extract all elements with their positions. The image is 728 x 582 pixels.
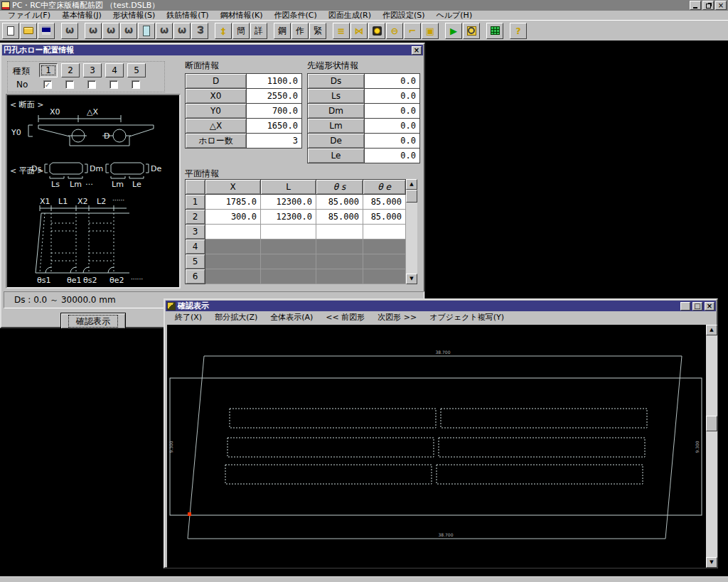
detail-drawing-button[interactable]: 詳 <box>250 23 267 39</box>
section-type-button[interactable]: ω <box>61 23 78 39</box>
help-button[interactable]: ? <box>510 23 527 39</box>
menu-fit-view[interactable]: 全体表示(A) <box>264 313 319 322</box>
menu-rebar-info[interactable]: 鉄筋情報(T) <box>161 11 214 20</box>
lm2-label: Lm <box>112 180 124 189</box>
scroll-thumb[interactable] <box>406 190 417 203</box>
section-low-button[interactable]: ω <box>156 23 173 39</box>
menu-shape-info[interactable]: 形状情報(S) <box>107 11 161 20</box>
table-view-button[interactable] <box>486 23 503 39</box>
cell-l[interactable]: 12300.0 <box>261 195 316 210</box>
confirm-display-button[interactable]: 確認表示 <box>60 313 126 329</box>
restore-icon <box>706 4 711 9</box>
kind-checkbox-4[interactable] <box>109 80 118 89</box>
cable-button[interactable]: ⌐ <box>404 23 421 39</box>
girder-grid-button[interactable]: ▣ <box>422 23 439 39</box>
cell-theta-s[interactable] <box>316 225 363 239</box>
menu-steel-info[interactable]: 鋼材情報(K) <box>215 11 269 20</box>
menu-draw-settings[interactable]: 作図設定(S) <box>377 11 431 20</box>
cell-x[interactable]: 300.0 <box>205 210 261 225</box>
menu-help[interactable]: ヘルプ(H) <box>431 11 478 20</box>
cell-x[interactable]: 1785.0 <box>205 195 261 210</box>
side-view-button[interactable] <box>138 23 155 39</box>
scroll-down-arrow[interactable]: ▼ <box>706 557 717 568</box>
kind-button-5[interactable]: 5 <box>127 63 146 77</box>
menu-drawing-generate[interactable]: 図面生成(R) <box>323 11 377 20</box>
row-value[interactable]: 0.0 <box>365 149 420 163</box>
steel-button[interactable]: 鋼 <box>274 23 291 39</box>
gauge-button[interactable] <box>368 23 385 39</box>
row-value[interactable]: 0.0 <box>365 104 420 119</box>
menu-file[interactable]: ファイル(F) <box>2 11 56 20</box>
row-value[interactable]: 2550.0 <box>247 89 302 104</box>
preview-button[interactable] <box>463 23 480 39</box>
section-mid-button[interactable]: ω <box>102 23 119 39</box>
y0-label: Y0 <box>11 128 21 137</box>
cell-l[interactable]: 12300.0 <box>261 210 316 225</box>
kind-checkbox-1[interactable]: ✓ <box>43 80 52 89</box>
fabrication-button[interactable]: 作 <box>291 23 309 39</box>
simple-drawing-button[interactable]: 簡 <box>232 23 250 39</box>
menu-draw-condition[interactable]: 作図条件(C) <box>268 11 322 20</box>
minimize-button[interactable] <box>690 1 701 10</box>
rebar-button[interactable]: ‡ <box>215 23 232 39</box>
menu-exit[interactable]: 終了(X) <box>168 313 208 322</box>
cell-theta-s[interactable]: 85.000 <box>316 210 363 225</box>
confirm-minimize-button[interactable] <box>680 302 690 311</box>
plan-table-scrollbar[interactable]: ▲ ▼ <box>406 179 417 284</box>
bowtie-button[interactable]: ⋈ <box>350 23 368 39</box>
cad-drawing-area[interactable]: 38.700 38.700 9.300 9.300 <box>167 325 706 568</box>
menu-object-copy[interactable]: オブジェクト複写(Y) <box>423 313 510 322</box>
cell-l[interactable] <box>261 225 316 239</box>
confirm-close-button[interactable]: × <box>705 302 714 311</box>
drawing-scrollbar[interactable]: ▲ ▼ <box>706 325 717 568</box>
cell-theta-e[interactable]: 85.000 <box>363 195 406 210</box>
row-number: 1 <box>186 195 205 210</box>
section-rotated-button[interactable]: ω <box>191 23 208 39</box>
row-value[interactable]: 0.0 <box>365 74 420 89</box>
dialog-close-button[interactable]: × <box>412 46 422 55</box>
section-end-button[interactable]: ω <box>120 23 137 39</box>
layer-lines-button[interactable]: ≡ <box>333 23 350 39</box>
restore-button[interactable] <box>702 1 714 10</box>
close-button[interactable]: × <box>715 1 727 10</box>
tension-button[interactable]: 緊 <box>309 23 326 39</box>
row-value[interactable]: 1100.0 <box>247 74 302 89</box>
cell-theta-s[interactable]: 85.000 <box>316 195 363 210</box>
kind-button-3[interactable]: 3 <box>83 63 102 77</box>
open-file-button[interactable] <box>20 23 37 39</box>
row-value[interactable]: 1650.0 <box>247 119 302 134</box>
scroll-thumb[interactable] <box>706 416 717 431</box>
cell-disabled <box>316 239 363 254</box>
row-value[interactable]: 3 <box>247 134 302 149</box>
section-start-button[interactable]: ω <box>85 23 102 39</box>
row-value[interactable]: 0.0 <box>365 89 420 104</box>
kind-checkbox-3[interactable] <box>87 80 96 89</box>
run-button[interactable]: ▶ <box>445 23 462 39</box>
kind-button-4[interactable]: 4 <box>105 63 124 77</box>
new-file-button[interactable] <box>2 23 19 39</box>
scroll-track[interactable] <box>706 335 717 557</box>
scroll-down-arrow[interactable]: ▼ <box>406 274 417 284</box>
scroll-track[interactable] <box>406 190 417 274</box>
confirm-maximize-button[interactable]: □ <box>692 302 702 311</box>
menu-partial-zoom[interactable]: 部分拡大(Z) <box>208 313 264 322</box>
menu-next-figure[interactable]: 次図形 >> <box>371 313 423 322</box>
cell-theta-e[interactable]: 85.000 <box>363 210 406 225</box>
hollow-dashed-bars <box>51 223 114 261</box>
row-value[interactable]: 700.0 <box>247 104 302 119</box>
kind-button-1[interactable]: 1 <box>39 63 58 77</box>
menu-prev-figure[interactable]: << 前図形 <box>319 313 371 322</box>
kind-checkbox-2[interactable] <box>65 80 74 89</box>
plate-button[interactable]: ⊖ <box>386 23 403 39</box>
kind-checkbox-5[interactable] <box>132 80 140 89</box>
section-plain-button[interactable]: ω <box>173 23 191 39</box>
cell-x[interactable] <box>205 225 261 239</box>
menu-basic-info[interactable]: 基本情報(J) <box>56 11 107 20</box>
row-value[interactable]: 0.0 <box>365 134 420 149</box>
row-value[interactable]: 0.0 <box>365 119 420 134</box>
save-button[interactable] <box>38 23 55 39</box>
scroll-up-arrow[interactable]: ▲ <box>406 179 417 190</box>
kind-button-2[interactable]: 2 <box>61 63 80 77</box>
scroll-up-arrow[interactable]: ▲ <box>706 325 717 335</box>
cell-theta-e[interactable] <box>363 225 406 239</box>
